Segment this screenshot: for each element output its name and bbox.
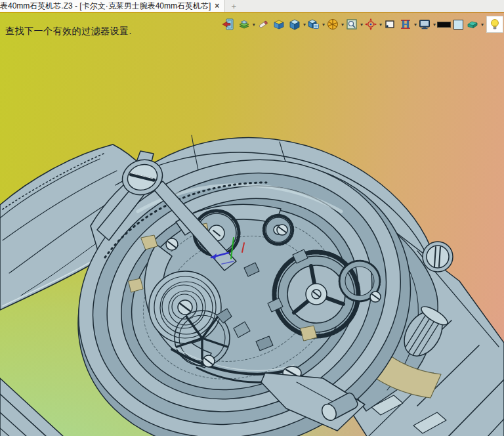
teal-eraser-icon[interactable] — [465, 16, 480, 32]
mainspring-barrel[interactable] — [149, 271, 221, 343]
chevron-down-icon[interactable]: ▾ — [481, 22, 484, 28]
render-mode-cube-icon[interactable] — [306, 16, 322, 32]
lightbulb-icon[interactable] — [486, 16, 503, 33]
watch-model-canvas[interactable] — [0, 13, 504, 436]
zoom-extents-box-icon[interactable] — [271, 16, 287, 32]
clamp-bars-icon[interactable] — [398, 16, 413, 32]
3d-viewport[interactable]: 查找下一个有效的过滤器设置. ▾ — [0, 13, 504, 436]
cad-application-window: 表40mm石英机芯.Z3 - [卡尔文·克莱男士腕表40mm石英机芯] × + — [0, 0, 504, 436]
status-hint-text: 查找下一个有效的过滤器设置. — [5, 26, 132, 37]
tab-active-document[interactable]: 表40mm石英机芯.Z3 - [卡尔文·克莱男士腕表40mm石英机芯] × — [0, 0, 225, 12]
eraser-pen-icon[interactable] — [255, 16, 271, 32]
tab-close-icon[interactable]: × — [215, 1, 219, 11]
view-toolbar: ▾ — [220, 16, 503, 33]
right-screw[interactable] — [423, 242, 453, 272]
show-hide-layers-icon[interactable] — [236, 16, 252, 32]
left-strap-end[interactable] — [0, 378, 64, 436]
black-color-swatch[interactable] — [436, 16, 452, 32]
new-tab-button[interactable]: + — [225, 0, 242, 12]
frame-magnifier-icon[interactable] — [344, 16, 360, 32]
target-crosshair-icon[interactable] — [363, 16, 379, 32]
view-cube-icon[interactable] — [287, 16, 303, 32]
document-tab-title: 表40mm石英机芯.Z3 - [卡尔文·克莱男士腕表40mm石英机芯] — [0, 0, 211, 12]
blue-color-swatch[interactable] — [452, 16, 465, 32]
monitor-icon[interactable] — [417, 16, 432, 32]
rectangle-select-icon[interactable] — [382, 16, 398, 32]
exit-door-icon[interactable] — [220, 16, 236, 32]
document-tab-bar: 表40mm石英机芯.Z3 - [卡尔文·克莱男士腕表40mm石英机芯] × + — [0, 0, 504, 12]
wireframe-sphere-icon[interactable] — [325, 16, 341, 32]
